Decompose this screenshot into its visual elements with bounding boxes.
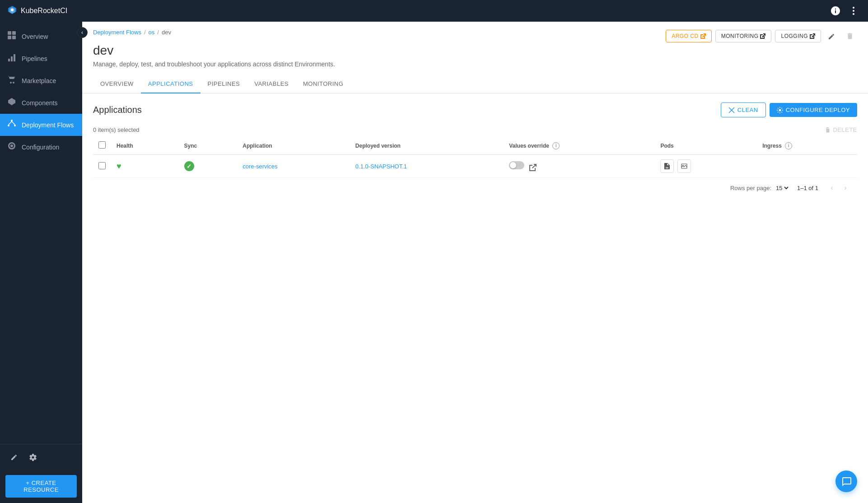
values-override-toggle[interactable]: [509, 161, 524, 169]
sidebar-item-components[interactable]: Components: [0, 92, 82, 114]
values-override-col-label: Values override: [509, 142, 549, 149]
components-icon: [7, 97, 16, 108]
rows-per-page-select[interactable]: 15 25 50: [774, 184, 790, 192]
settings-icon-button[interactable]: [25, 450, 40, 464]
chat-fab-button[interactable]: [835, 470, 857, 492]
col-checkbox: [93, 137, 111, 155]
sidebar-collapse-button[interactable]: ‹: [77, 27, 88, 38]
deployed-version-col-label: Deployed version: [355, 143, 401, 149]
breadcrumb-deployment-flows[interactable]: Deployment Flows: [93, 29, 141, 36]
sync-col-label: Sync: [184, 143, 197, 149]
clean-icon: [728, 107, 735, 113]
row-pods-cell: [655, 155, 757, 178]
delete-page-button[interactable]: [843, 29, 857, 43]
pods-file-button[interactable]: [660, 159, 674, 173]
row-values-override-cell: [504, 155, 655, 178]
pods-image-button[interactable]: [677, 159, 691, 173]
sidebar-label-pipelines: Pipelines: [22, 55, 47, 62]
tab-overview[interactable]: OVERVIEW: [93, 75, 141, 93]
sidebar-item-overview[interactable]: Overview: [0, 25, 82, 47]
col-ingress: Ingress i: [757, 137, 857, 155]
header-actions: [828, 4, 861, 18]
clean-button[interactable]: CLEAN: [721, 102, 766, 117]
pagination-next-button[interactable]: ›: [839, 182, 852, 194]
argo-cd-button[interactable]: ARGO CD: [666, 30, 712, 42]
top-header: KubeRocketCI: [0, 0, 868, 22]
logo-area: KubeRocketCI: [7, 5, 828, 17]
svg-point-11: [10, 82, 12, 84]
logo-icon: [7, 5, 17, 17]
row-sync-cell: ✓: [179, 155, 238, 178]
sidebar-label-marketplace: Marketplace: [22, 77, 56, 84]
breadcrumb-os[interactable]: os: [149, 29, 155, 36]
monitoring-button[interactable]: MONITORING: [715, 30, 772, 42]
sidebar-item-configuration[interactable]: Configuration: [0, 136, 82, 158]
row-ingress-cell: [757, 155, 857, 178]
sidebar-label-components: Components: [22, 99, 57, 107]
sidebar-bottom: [0, 444, 82, 470]
logging-label: LOGGING: [781, 33, 808, 39]
col-pods: Pods: [655, 137, 757, 155]
svg-point-15: [11, 120, 13, 121]
pipelines-icon: [7, 53, 16, 64]
ingress-info-icon[interactable]: i: [785, 142, 792, 149]
more-button[interactable]: [846, 4, 861, 18]
tab-variables[interactable]: VARIABLES: [247, 75, 296, 93]
rows-per-page: Rows per page: 15 25 50: [730, 184, 790, 192]
row-deployed-version-cell: 0.1.0-SNAPSHOT.1: [350, 155, 504, 178]
file-icon: [664, 163, 670, 169]
create-resource-button[interactable]: + CREATE RESOURCE: [5, 475, 77, 498]
svg-point-16: [8, 125, 9, 126]
applications-table: Health Sync Application Deployed version: [93, 137, 857, 178]
row-checkbox[interactable]: [98, 162, 106, 169]
toggle-track: [509, 161, 524, 169]
selection-count: 0 item(s) selected: [93, 126, 140, 133]
app-title: KubeRocketCI: [21, 7, 67, 15]
row-health-cell: ♥: [111, 155, 179, 178]
delete-icon: [825, 127, 831, 133]
values-external-link-icon[interactable]: [529, 164, 537, 171]
svg-point-12: [13, 82, 14, 84]
row-application-cell: core-services: [237, 155, 350, 178]
delete-label: DELETE: [833, 126, 857, 133]
select-all-checkbox[interactable]: [98, 141, 106, 149]
col-sync: Sync: [179, 137, 238, 155]
tab-pipelines[interactable]: PIPELINES: [201, 75, 247, 93]
edit-page-button[interactable]: [825, 29, 839, 43]
chat-icon: [841, 476, 851, 486]
section-header: Applications CLEAN CONFIGURE DEPLOY: [93, 102, 857, 117]
tab-applications[interactable]: APPLICATIONS: [141, 75, 201, 93]
svg-rect-5: [12, 31, 16, 35]
delete-button[interactable]: DELETE: [825, 126, 857, 133]
ingress-col-label: Ingress: [762, 142, 782, 149]
section-actions: CLEAN CONFIGURE DEPLOY: [721, 102, 857, 117]
pagination-nav: ‹ ›: [826, 182, 852, 194]
breadcrumb-sep-2: /: [157, 29, 159, 36]
pagination-prev-button[interactable]: ‹: [826, 182, 838, 194]
version-link[interactable]: 0.1.0-SNAPSHOT.1: [355, 163, 407, 170]
info-button[interactable]: [828, 4, 843, 18]
sidebar-label-deployment-flows: Deployment Flows: [22, 121, 74, 129]
logging-button[interactable]: LOGGING: [775, 30, 821, 42]
sidebar-item-pipelines[interactable]: Pipelines: [0, 47, 82, 70]
tab-monitoring[interactable]: MONITORING: [296, 75, 350, 93]
svg-point-2: [853, 10, 854, 12]
rows-per-page-label: Rows per page:: [730, 185, 771, 191]
sidebar-item-deployment-flows[interactable]: Deployment Flows: [0, 114, 82, 136]
application-link[interactable]: core-services: [243, 163, 277, 170]
page-range: 1–1 of 1: [797, 185, 818, 191]
col-health: Health: [111, 137, 179, 155]
page-header: Deployment Flows / os / dev ARGO CD MONI…: [82, 22, 868, 43]
page-top-actions: ARGO CD MONITORING LOGGING: [666, 29, 857, 43]
edit-icon-button[interactable]: [7, 450, 22, 464]
sidebar-item-marketplace[interactable]: Marketplace: [0, 70, 82, 92]
values-override-info-icon[interactable]: i: [552, 142, 560, 149]
sidebar-nav: Overview Pipelines Marketplace: [0, 22, 82, 444]
col-values-override: Values override i: [504, 137, 655, 155]
svg-line-19: [12, 121, 15, 125]
sidebar-label-overview: Overview: [22, 33, 48, 40]
svg-rect-7: [12, 36, 16, 39]
svg-rect-9: [11, 56, 13, 61]
configure-deploy-button[interactable]: CONFIGURE DEPLOY: [770, 103, 857, 117]
health-icon: ♥: [117, 162, 121, 171]
